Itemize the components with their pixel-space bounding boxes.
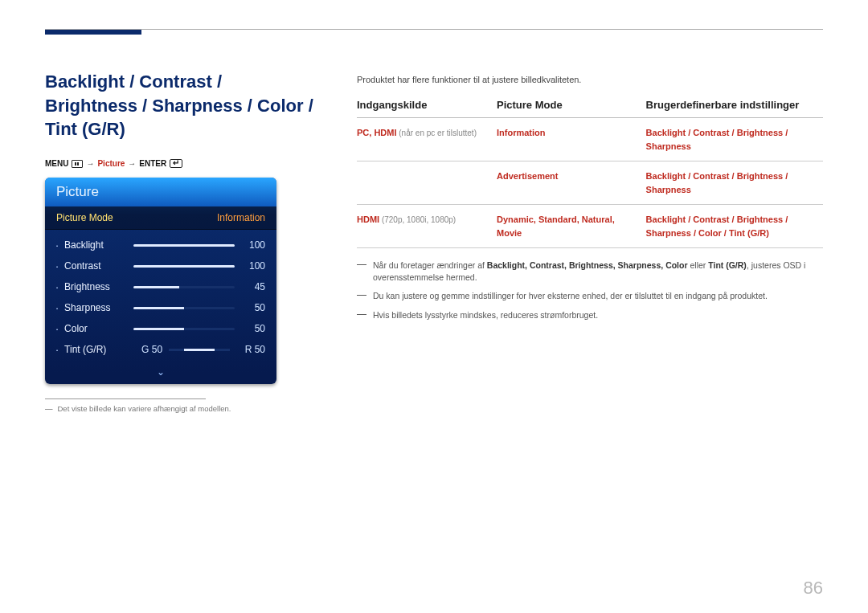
- osd-panel: Picture Picture Mode Information •Backli…: [45, 178, 276, 384]
- cell-settings: Backlight / Contrast / Brightness / Shar…: [646, 161, 823, 205]
- table-row: PC, HDMI (når en pc er tilsluttet)Inform…: [357, 118, 823, 161]
- slider-track[interactable]: [133, 328, 235, 330]
- arrow-icon: →: [128, 159, 136, 168]
- bullet-icon: •: [56, 243, 58, 248]
- dash-icon: ―: [357, 309, 366, 321]
- cell-mode: Information: [497, 118, 646, 161]
- osd-slider-row[interactable]: •Contrast100: [45, 255, 276, 276]
- bullet-icon: •: [56, 264, 58, 269]
- caption-text: Det viste billede kan variere afhængigt …: [58, 404, 231, 413]
- notes: ―Når du foretager ændringer af Backlight…: [357, 260, 823, 321]
- cell-settings: Backlight / Contrast / Brightness / Shar…: [646, 118, 823, 161]
- slider-label: Sharpness: [64, 302, 127, 313]
- note-text: Når du foretager ændringer af Backlight,…: [373, 260, 823, 284]
- slider-label: Tint (G/R): [64, 344, 127, 355]
- bullet-icon: •: [56, 285, 58, 290]
- bullet-icon: •: [56, 348, 58, 353]
- note: ―Du kan justere og gemme indstillinger f…: [357, 290, 823, 302]
- bullet-icon: •: [56, 306, 58, 311]
- tint-r-value: R 50: [236, 344, 265, 355]
- osd-slider-row[interactable]: •Brightness45: [45, 276, 276, 297]
- enter-icon: [170, 159, 182, 168]
- slider-label: Color: [64, 323, 127, 334]
- slider-value: 45: [241, 281, 265, 292]
- slider-label: Contrast: [64, 260, 127, 272]
- chevron-down-icon[interactable]: ⌄: [45, 365, 276, 384]
- cell-source: HDMI (720p, 1080i, 1080p): [357, 205, 497, 248]
- tint-track[interactable]: [169, 349, 230, 351]
- slider-label: Backlight: [64, 239, 127, 251]
- bullet-icon: •: [56, 327, 58, 332]
- modes-table: Indgangskilde Picture Mode Brugerdefiner…: [357, 99, 823, 248]
- osd-slider-row[interactable]: •Sharpness50: [45, 297, 276, 318]
- tint-g-value: G 50: [133, 344, 162, 355]
- slider-value: 50: [241, 302, 265, 313]
- note-text: Du kan justere og gemme indstillinger fo…: [373, 290, 768, 302]
- slider-value: 100: [241, 239, 265, 251]
- arrow-icon: →: [86, 159, 94, 168]
- th-source: Indgangskilde: [357, 99, 497, 118]
- page-title: Backlight / Contrast / Brightness / Shar…: [45, 70, 318, 141]
- menu-step: Picture: [97, 159, 125, 168]
- osd-mode-value: Information: [217, 212, 265, 223]
- osd-mode-label: Picture Mode: [56, 212, 113, 223]
- note: ―Når du foretager ændringer af Backlight…: [357, 260, 823, 284]
- cell-source: PC, HDMI (når en pc er tilsluttet): [357, 118, 497, 161]
- slider-track[interactable]: [133, 307, 235, 309]
- slider-track[interactable]: [133, 286, 235, 288]
- caption: ― Det viste billede kan variere afhængig…: [45, 404, 318, 413]
- osd-slider-row[interactable]: •Color50: [45, 318, 276, 339]
- cell-settings: Backlight / Contrast / Brightness / Shar…: [646, 205, 823, 248]
- osd-mode-row[interactable]: Picture Mode Information: [45, 206, 276, 230]
- osd-title: Picture: [45, 178, 276, 206]
- enter-label: ENTER: [139, 159, 166, 168]
- th-settings: Brugerdefinerbare indstillinger: [646, 99, 823, 118]
- menu-icon: [72, 160, 83, 168]
- dash-icon: ―: [357, 290, 366, 302]
- osd-tint-row[interactable]: •Tint (G/R)G 50R 50: [45, 339, 276, 360]
- slider-value: 50: [241, 323, 265, 334]
- menu-path: MENU → Picture → ENTER: [45, 159, 318, 168]
- slider-track[interactable]: [133, 244, 235, 247]
- osd-slider-row[interactable]: •Backlight100: [45, 235, 276, 255]
- cell-mode: Dynamic, Standard, Natural, Movie: [497, 205, 646, 248]
- slider-value: 100: [241, 260, 265, 272]
- page-number: 86: [804, 578, 823, 599]
- cell-mode: Advertisement: [497, 161, 646, 205]
- note-text: Hvis billedets lysstyrke mindskes, reduc…: [373, 309, 598, 321]
- table-row: HDMI (720p, 1080i, 1080p)Dynamic, Standa…: [357, 205, 823, 248]
- slider-track[interactable]: [133, 265, 235, 268]
- intro-text: Produktet har flere funktioner til at ju…: [357, 75, 823, 84]
- menu-label: MENU: [45, 159, 68, 168]
- table-row: AdvertisementBacklight / Contrast / Brig…: [357, 161, 823, 205]
- th-mode: Picture Mode: [497, 99, 646, 118]
- slider-label: Brightness: [64, 281, 127, 292]
- cell-source: [357, 161, 497, 205]
- accent-bar: [45, 30, 141, 35]
- note: ―Hvis billedets lysstyrke mindskes, redu…: [357, 309, 823, 321]
- dash-icon: ―: [357, 260, 366, 284]
